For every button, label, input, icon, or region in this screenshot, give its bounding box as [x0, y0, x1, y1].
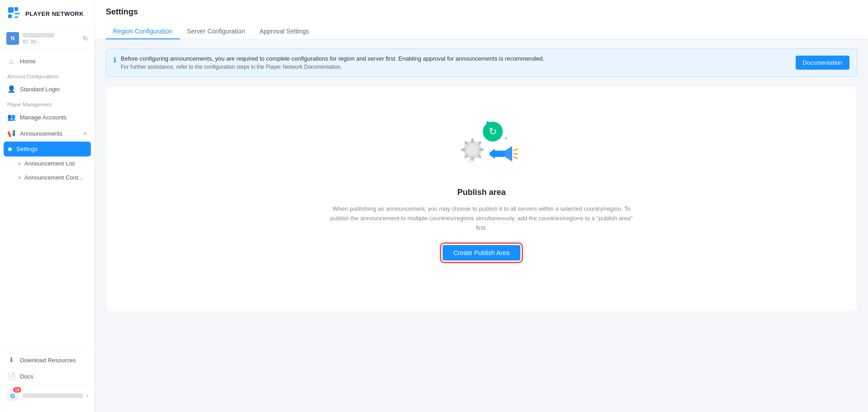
publish-area-description: When publishing an announcement, you may…: [328, 204, 635, 232]
sidebar-nav: ⌂ Home Account Configurations 👤 Standard…: [0, 50, 94, 346]
svg-rect-10: [479, 148, 484, 151]
download-icon: ⬇: [7, 356, 15, 364]
player-management-section: Player Management: [0, 97, 94, 109]
user-bottom-avatar: G 19: [6, 389, 19, 402]
page-body: ℹ Before configuring announcements, you …: [95, 39, 868, 412]
publish-area-title: Publish area: [457, 188, 505, 197]
tab-approval-settings[interactable]: Approval Settings: [252, 24, 316, 39]
sidebar-item-settings[interactable]: Settings: [4, 142, 91, 156]
user-details: ID: 30...: [23, 33, 79, 44]
svg-rect-7: [471, 138, 474, 143]
announcement-cont-dot: [18, 176, 21, 179]
sidebar-item-home[interactable]: ⌂ Home: [0, 53, 94, 69]
sidebar-item-announcement-cont[interactable]: Announcement Cont...: [0, 170, 94, 185]
sidebar-item-announcements[interactable]: 📢 Announcements ∧: [0, 125, 94, 142]
docs-icon: 📄: [7, 372, 15, 380]
info-icon: ℹ: [113, 56, 116, 64]
sidebar-item-announcement-list[interactable]: Announcement List: [0, 156, 94, 170]
docs-label: Docs: [20, 373, 33, 380]
svg-rect-9: [461, 148, 466, 151]
svg-rect-2: [8, 14, 12, 18]
tab-server-configuration[interactable]: Server Configuration: [180, 24, 252, 39]
home-icon: ⌂: [7, 57, 15, 65]
announcements-icon: 📢: [7, 129, 15, 137]
download-resources-label: Download Resources: [20, 357, 76, 364]
info-text-block: Before configuring announcements, you ar…: [121, 55, 791, 70]
svg-point-19: [468, 159, 472, 163]
svg-rect-1: [14, 7, 18, 11]
announcements-label: Announcements: [20, 130, 62, 137]
publish-illustration: ↻ ✦ ✦: [445, 114, 518, 177]
create-publish-area-button[interactable]: Create Publish Area: [443, 245, 521, 260]
announcement-cont-label: Announcement Cont...: [24, 174, 83, 181]
user-id: ID: 30...: [23, 39, 79, 44]
svg-rect-4: [14, 16, 18, 18]
sidebar-logo: PLAYER NETWORK: [0, 0, 94, 28]
banner-main-text: Before configuring announcements, you ar…: [121, 55, 791, 62]
standard-login-label: Standard Login: [20, 86, 60, 93]
banner-sub-text: For further assistance, refer to the con…: [121, 64, 791, 70]
svg-text:✦: ✦: [485, 119, 491, 126]
user-bottom-bar[interactable]: G 19 ›: [0, 384, 94, 407]
announcement-list-dot: [18, 162, 21, 165]
account-config-section: Account Configurations: [0, 69, 94, 81]
page-title: Settings: [106, 7, 857, 17]
manage-accounts-icon: 👥: [7, 113, 15, 121]
sidebar-footer: ⬇ Download Resources 📄 Docs G 19 ›: [0, 346, 94, 412]
page-header: Settings Region Configuration Server Con…: [95, 0, 868, 39]
user-bottom-name-blur: [23, 393, 83, 398]
svg-rect-0: [8, 7, 14, 13]
info-banner: ℹ Before configuring announcements, you …: [106, 48, 857, 77]
sidebar-item-standard-login[interactable]: 👤 Standard Login: [0, 81, 94, 97]
svg-point-6: [467, 144, 478, 155]
notification-badge: 19: [13, 387, 21, 393]
svg-line-25: [514, 157, 518, 159]
svg-marker-20: [490, 149, 495, 159]
svg-line-23: [514, 149, 518, 151]
svg-text:✦: ✦: [504, 136, 508, 141]
region-config-content: ↻ ✦ ✦: [106, 86, 857, 312]
refresh-icon[interactable]: ↻: [83, 35, 88, 42]
svg-rect-21: [495, 151, 505, 157]
main-content: Settings Region Configuration Server Con…: [95, 0, 868, 412]
settings-tabs: Region Configuration Server Configuratio…: [106, 24, 857, 39]
announcement-list-label: Announcement List: [24, 160, 75, 167]
announcements-chevron: ∧: [83, 130, 87, 137]
documentation-button[interactable]: Documentation: [796, 56, 849, 70]
user-name-blur: [23, 33, 54, 38]
user-avatar-small: N: [6, 32, 19, 45]
user-icon: 👤: [7, 85, 15, 93]
settings-label: Settings: [16, 146, 38, 152]
sidebar-item-download-resources[interactable]: ⬇ Download Resources: [0, 352, 94, 368]
brand-logo-icon: [7, 6, 22, 21]
svg-marker-22: [505, 146, 512, 161]
sidebar-item-docs[interactable]: 📄 Docs: [0, 368, 94, 384]
user-chevron-right: ›: [86, 393, 88, 399]
sidebar-home-label: Home: [20, 58, 36, 65]
svg-text:↻: ↻: [489, 126, 497, 137]
settings-dot: [8, 147, 12, 151]
sidebar: PLAYER NETWORK N ID: 30... ↻ ⌂ Home Acco…: [0, 0, 95, 412]
tab-region-configuration[interactable]: Region Configuration: [106, 24, 180, 39]
publish-area-svg: ↻ ✦ ✦: [445, 114, 518, 177]
svg-rect-3: [14, 13, 20, 14]
manage-accounts-label: Manage Accounts: [20, 114, 66, 121]
user-info-bar[interactable]: N ID: 30... ↻: [0, 28, 94, 50]
sidebar-item-manage-accounts[interactable]: 👥 Manage Accounts: [0, 109, 94, 125]
brand-name: PLAYER NETWORK: [25, 10, 84, 17]
